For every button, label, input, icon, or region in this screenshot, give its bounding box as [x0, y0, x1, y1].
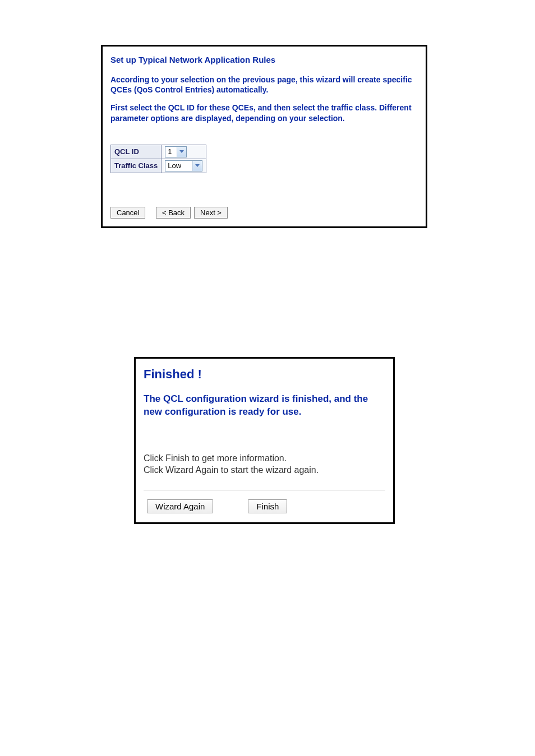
instruction-line-1: Click Finish to get more information.	[144, 452, 385, 465]
traffic-class-cell: Low	[162, 159, 206, 173]
setup-rules-panel: Set up Typical Network Application Rules…	[101, 45, 427, 228]
finished-panel: Finished ! The QCL configuration wizard …	[134, 357, 395, 524]
button-row: Wizard Again Finish	[147, 499, 385, 513]
finished-instructions: Click Finish to get more information. Cl…	[144, 452, 385, 476]
traffic-class-label: Traffic Class	[111, 159, 162, 173]
panel-paragraph-2: First select the QCL ID for these QCEs, …	[110, 103, 418, 123]
finish-button[interactable]: Finish	[248, 499, 287, 513]
chevron-down-icon	[177, 147, 186, 157]
traffic-class-value: Low	[165, 161, 192, 170]
chevron-down-icon	[192, 161, 202, 171]
finished-title: Finished !	[144, 367, 385, 382]
wizard-again-button[interactable]: Wizard Again	[147, 499, 213, 513]
panel-title: Set up Typical Network Application Rules	[110, 55, 418, 64]
button-row: Cancel < BackNext >	[110, 207, 418, 219]
table-row: Traffic Class Low	[111, 159, 206, 173]
qcl-id-value: 1	[165, 147, 177, 156]
instruction-line-2: Click Wizard Again to start the wizard a…	[144, 464, 385, 476]
finished-subtitle: The QCL configuration wizard is finished…	[144, 393, 385, 419]
next-button[interactable]: Next >	[194, 207, 228, 219]
traffic-class-select[interactable]: Low	[165, 160, 202, 171]
form-table: QCL ID 1 Traffic Class Low	[110, 145, 206, 173]
panel-paragraph-1: According to your selection on the previ…	[110, 75, 418, 95]
table-row: QCL ID 1	[111, 145, 206, 159]
divider	[144, 490, 385, 490]
back-button[interactable]: < Back	[156, 207, 191, 219]
qcl-id-cell: 1	[162, 145, 206, 159]
qcl-id-label: QCL ID	[111, 145, 162, 159]
cancel-button[interactable]: Cancel	[110, 207, 145, 219]
qcl-id-select[interactable]: 1	[165, 146, 187, 157]
